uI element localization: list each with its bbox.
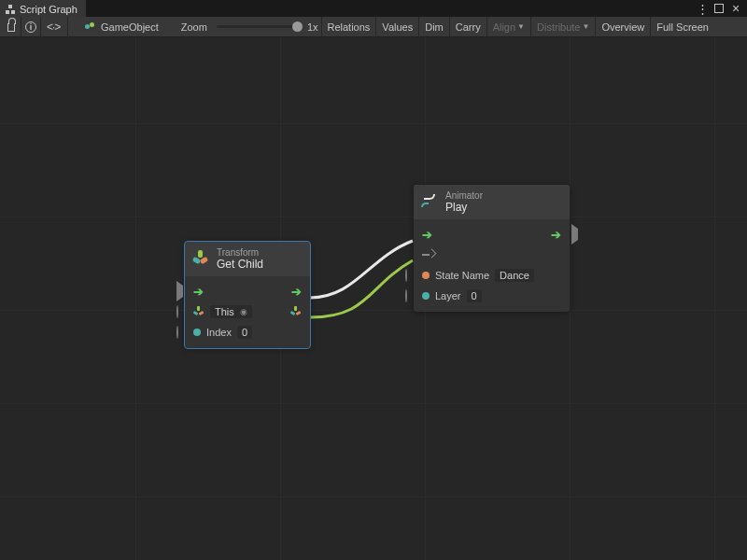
node-get-child[interactable]: Transform Get Child ➔ ➔ This◉ [185,242,310,348]
arrow-icon: ➔ [551,228,561,242]
kebab-icon[interactable]: ⋮ [696,2,709,15]
node-title: Get Child [217,259,263,271]
layer-in-port[interactable] [405,290,407,301]
tab-bar: Script Graph ⋮ × [0,0,747,17]
fullscreen-button[interactable]: Full Screen [651,17,709,36]
distribute-dropdown[interactable]: Distribute▼ [531,17,595,36]
maximize-icon[interactable] [714,4,724,13]
animator-icon [421,193,438,210]
object-label: GameObject [101,21,159,33]
node-body: ➔ ➔ This◉ Index 0 [185,276,310,348]
window-controls: ⋮ × [696,0,747,17]
string-port-icon [422,272,430,279]
gameobject-icon [85,21,96,33]
transform-icon [290,306,302,317]
index-in-port[interactable] [176,327,178,338]
flow-in-port[interactable] [176,286,183,297]
zoom-value: 1x [304,17,321,36]
target-field[interactable]: This◉ [210,305,252,318]
index-field[interactable]: 0 [237,326,252,339]
transform-icon [192,250,209,267]
toolbar: i <·> GameObject Zoom 1x Relations Value… [0,17,747,37]
target-row [416,245,567,265]
int-port-icon [193,329,201,336]
values-button[interactable]: Values [376,17,418,36]
state-field[interactable]: Dance [495,269,534,282]
zoom-label: Zoom [176,17,213,36]
layer-label: Layer [435,290,461,301]
dim-button[interactable]: Dim [419,17,449,36]
node-animator-play[interactable]: Animator Play ➔ ➔ State Name [414,185,570,312]
node-header[interactable]: Animator Play [414,185,570,219]
flow-row: ➔ ➔ [188,281,307,301]
flow-row: ➔ ➔ [416,224,567,245]
transform-icon [193,306,204,317]
overview-button[interactable]: Overview [596,17,650,36]
state-label: State Name [435,270,489,281]
carry-button[interactable]: Carry [450,17,486,36]
node-header[interactable]: Transform Get Child [185,242,310,276]
arrow-icon: ➔ [422,228,432,242]
connections [0,37,747,560]
node-title: Play [445,202,483,214]
animator-port-icon [422,249,433,260]
state-in-port[interactable] [405,270,407,281]
layer-field[interactable]: 0 [467,289,482,302]
align-dropdown[interactable]: Align▼ [487,17,530,36]
arrow-icon: ➔ [193,285,204,299]
tab-script-graph[interactable]: Script Graph [0,0,86,17]
int-port-icon [422,292,430,300]
object-selector[interactable]: GameObject [79,17,164,36]
index-row: Index 0 [188,322,307,343]
close-icon[interactable]: × [729,2,742,15]
graph-icon [6,5,16,15]
zoom-slider[interactable] [217,25,301,28]
target-in-port[interactable] [176,306,178,317]
node-body: ➔ ➔ State Name Dance [414,219,570,312]
info-icon[interactable]: i [21,17,40,36]
index-label: Index [206,327,232,338]
graph-canvas[interactable]: Transform Get Child ➔ ➔ This◉ [0,37,747,560]
layer-row: Layer 0 [416,286,567,306]
relations-button[interactable]: Relations [322,17,376,36]
variables-icon[interactable]: <·> [41,17,67,36]
tab-label: Script Graph [20,4,78,15]
flow-out-port[interactable] [571,229,578,240]
target-row: This◉ [188,301,307,322]
state-row: State Name Dance [416,265,567,286]
arrow-icon: ➔ [291,285,302,299]
lock-icon[interactable] [2,17,21,36]
